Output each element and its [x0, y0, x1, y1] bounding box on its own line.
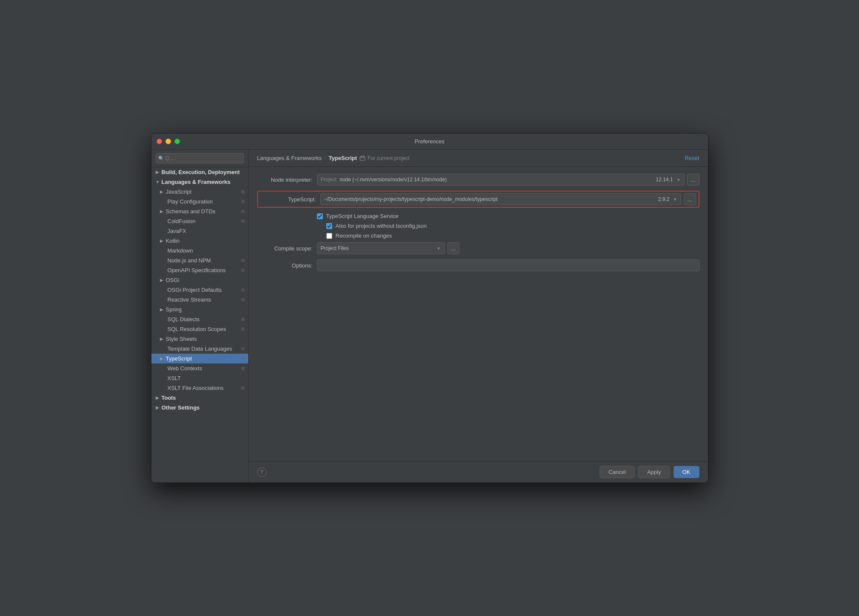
arrow-icon: ▶ — [156, 395, 160, 400]
typescript-path-box[interactable]: ~/Documents/projects/my-projects/typescr… — [320, 193, 681, 205]
arrow-icon: ▶ — [160, 307, 164, 312]
project-info: For current project — [360, 155, 409, 161]
sidebar-item-web-contexts[interactable]: Web Contexts⊞ — [151, 363, 248, 373]
sidebar-item-xslt-file-assoc[interactable]: XSLT File Associations⊞ — [151, 383, 248, 393]
sidebar-item-nodejs-npm[interactable]: Node.js and NPM⊞ — [151, 256, 248, 265]
sidebar-item-label: SQL Resolution Scopes — [168, 326, 226, 332]
arrow-icon: ▶ — [156, 405, 160, 410]
scope-ellipsis-button[interactable]: ... — [447, 242, 460, 254]
sidebar-items-container: ▶Build, Execution, Deployment▼Languages … — [151, 167, 248, 413]
sidebar-item-label: OSGi — [166, 277, 180, 283]
node-ellipsis-button[interactable]: ... — [687, 174, 699, 186]
copy-icon: ⊞ — [241, 356, 245, 361]
copy-icon: ⊞ — [241, 297, 245, 302]
search-input[interactable] — [156, 153, 244, 163]
node-path: node (~/.nvm/versions/node/v12.14.1/bin/… — [340, 177, 447, 183]
arrow-icon: ▶ — [160, 209, 164, 214]
preferences-window: Preferences 🔍 ▶Build, Execution, Deploym… — [151, 133, 708, 483]
typescript-ellipsis-button[interactable]: ... — [684, 193, 696, 205]
also-for-row: Also for projects without tsconfig.json — [317, 223, 699, 229]
project-info-text: For current project — [368, 155, 409, 161]
sidebar-item-reactive-streams[interactable]: Reactive Streams⊞ — [151, 295, 248, 305]
minimize-button[interactable] — [165, 139, 171, 144]
ok-button[interactable]: OK — [673, 466, 699, 478]
typescript-label: TypeScript: — [261, 196, 316, 203]
node-dropdown-arrow[interactable]: ▼ — [676, 177, 681, 182]
project-icon — [360, 155, 366, 161]
ts-service-label: TypeScript Language Service — [326, 213, 399, 219]
options-row: Options: — [257, 259, 699, 271]
typescript-version: 2.9.2 — [658, 196, 670, 202]
apply-button[interactable]: Apply — [638, 466, 670, 478]
typescript-row: TypeScript: ~/Documents/projects/my-proj… — [257, 191, 699, 208]
sidebar-item-xslt[interactable]: XSLT — [151, 373, 248, 383]
compile-scope-select[interactable]: Project Files ▼ — [317, 242, 445, 254]
sidebar-item-osgi-defaults[interactable]: OSGi Project Defaults⊞ — [151, 285, 248, 295]
sidebar-item-typescript[interactable]: ▶TypeScript⊞ — [151, 354, 248, 363]
sidebar-item-label: Build, Execution, Deployment — [162, 169, 240, 175]
sidebar-item-sql-resolution[interactable]: SQL Resolution Scopes⊞ — [151, 324, 248, 334]
ts-service-checkbox[interactable] — [317, 213, 323, 219]
compile-scope-field: Project Files ▼ ... — [317, 242, 699, 254]
node-path-text: Project node (~/.nvm/versions/node/v12.1… — [321, 177, 447, 183]
sidebar-item-sql-dialects[interactable]: SQL Dialects⊞ — [151, 314, 248, 324]
also-for-checkbox[interactable] — [326, 223, 332, 229]
sidebar-item-template-data[interactable]: Template Data Languages⊞ — [151, 344, 248, 354]
sidebar-item-label: Tools — [162, 395, 176, 401]
arrow-icon: ▶ — [156, 170, 160, 174]
help-button[interactable]: ? — [257, 468, 267, 477]
sidebar-item-schemas-dtds[interactable]: ▶Schemas and DTDs⊞ — [151, 206, 248, 216]
typescript-dropdown-arrow[interactable]: ▼ — [673, 197, 677, 202]
sidebar-item-label: Node.js and NPM — [168, 257, 211, 264]
copy-icon: ⊞ — [241, 287, 245, 293]
copy-icon: ⊞ — [241, 209, 245, 214]
close-button[interactable] — [157, 139, 162, 144]
sidebar-item-label: XSLT File Associations — [168, 385, 224, 391]
breadcrumb: Languages & Frameworks › TypeScript For … — [257, 155, 409, 161]
copy-icon: ⊞ — [241, 317, 245, 322]
main-content-area: 🔍 ▶Build, Execution, Deployment▼Language… — [151, 150, 708, 482]
sidebar-item-label: Languages & Frameworks — [162, 179, 231, 185]
sidebar-item-play-config[interactable]: Play Configuration⊞ — [151, 197, 248, 206]
maximize-button[interactable] — [174, 139, 180, 144]
sidebar-item-coldfusion[interactable]: ColdFusion⊞ — [151, 216, 248, 226]
sidebar-item-openapi[interactable]: OpenAPI Specifications⊞ — [151, 265, 248, 275]
settings-content: Node interpreter: Project node (~/.nvm/v… — [249, 167, 708, 461]
node-path-box[interactable]: Project node (~/.nvm/versions/node/v12.1… — [317, 174, 685, 186]
bottom-bar: ? Cancel Apply OK — [249, 461, 708, 482]
sidebar-item-label: XSLT — [168, 375, 181, 381]
sidebar-item-javascript[interactable]: ▶JavaScript⊞ — [151, 187, 248, 197]
sidebar-item-build[interactable]: ▶Build, Execution, Deployment — [151, 167, 248, 177]
arrow-icon: ▶ — [160, 189, 164, 194]
sidebar-item-tools[interactable]: ▶Tools — [151, 393, 248, 403]
reset-button[interactable]: Reset — [685, 155, 699, 161]
sidebar-item-languages[interactable]: ▼Languages & Frameworks — [151, 177, 248, 187]
sidebar-item-osgi[interactable]: ▶OSGi — [151, 275, 248, 285]
sidebar-item-other-settings[interactable]: ▶Other Settings — [151, 403, 248, 413]
sidebar-item-kotlin[interactable]: ▶Kotlin — [151, 236, 248, 246]
node-label: Node interpreter: — [257, 177, 313, 183]
node-interpreter-row: Node interpreter: Project node (~/.nvm/v… — [257, 174, 699, 186]
options-field — [317, 259, 699, 271]
options-input[interactable] — [317, 259, 699, 271]
sidebar-item-markdown[interactable]: Markdown — [151, 246, 248, 256]
sidebar-item-style-sheets[interactable]: ▶Style Sheets — [151, 334, 248, 344]
node-version: 12.14.1 — [656, 177, 673, 183]
sidebar-item-label: JavaFX — [168, 228, 186, 234]
typescript-field: ~/Documents/projects/my-projects/typescr… — [320, 193, 696, 205]
sidebar-item-javafx[interactable]: JavaFX — [151, 226, 248, 236]
copy-icon: ⊞ — [241, 267, 245, 273]
sidebar-item-label: ColdFusion — [168, 218, 196, 224]
compile-scope-row: Compile scope: Project Files ▼ ... — [257, 242, 699, 254]
help-icon: ? — [260, 469, 263, 475]
main-panel: Languages & Frameworks › TypeScript For … — [249, 150, 708, 482]
cancel-button[interactable]: Cancel — [600, 466, 635, 478]
scope-value: Project Files — [321, 245, 349, 251]
options-label: Options: — [257, 262, 313, 269]
sidebar-item-spring[interactable]: ▶Spring — [151, 305, 248, 314]
window-title: Preferences — [415, 138, 444, 145]
copy-icon: ⊞ — [241, 218, 245, 224]
sidebar-item-label: Play Configuration — [168, 198, 213, 205]
breadcrumb-parent: Languages & Frameworks — [257, 155, 322, 161]
recompile-checkbox[interactable] — [326, 233, 332, 239]
